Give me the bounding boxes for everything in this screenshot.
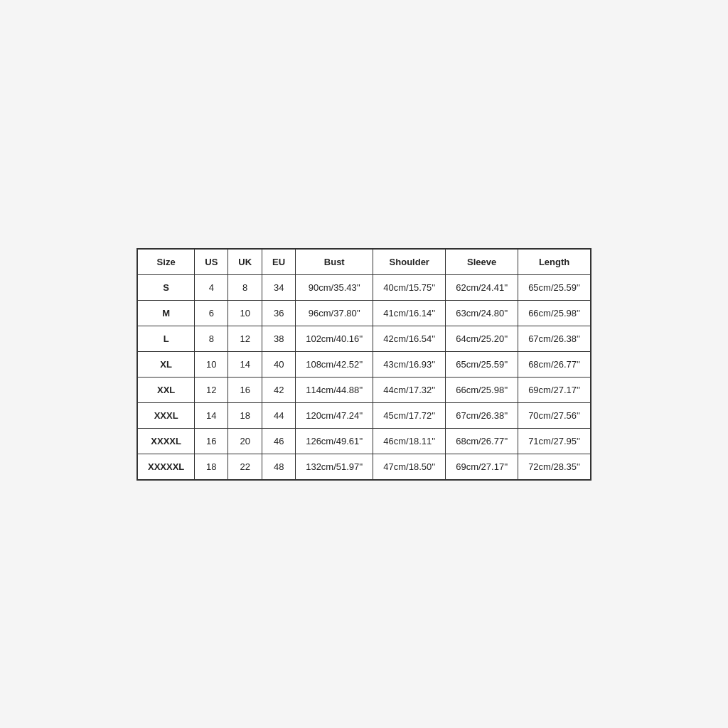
cell-shoulder: 42cm/16.54''	[373, 326, 446, 351]
header-size: Size	[137, 249, 194, 274]
cell-bust: 102cm/40.16''	[296, 326, 373, 351]
cell-length: 71cm/27.95''	[518, 428, 591, 454]
cell-us: 18	[195, 454, 228, 479]
cell-us: 6	[195, 300, 228, 326]
cell-eu: 34	[262, 274, 296, 300]
table-row: S483490cm/35.43''40cm/15.75''62cm/24.41'…	[137, 274, 590, 300]
cell-shoulder: 41cm/16.14''	[373, 300, 446, 326]
cell-size: XXL	[137, 377, 194, 402]
cell-sleeve: 63cm/24.80''	[446, 300, 518, 326]
size-chart-table: Size US UK EU Bust Shoulder Sleeve Lengt…	[137, 249, 591, 480]
cell-bust: 126cm/49.61''	[296, 428, 373, 454]
cell-sleeve: 68cm/26.77''	[446, 428, 518, 454]
cell-uk: 10	[228, 300, 262, 326]
cell-bust: 120cm/47.24''	[296, 402, 373, 428]
cell-us: 4	[195, 274, 228, 300]
size-chart-wrapper: Size US UK EU Bust Shoulder Sleeve Lengt…	[136, 248, 592, 481]
cell-length: 72cm/28.35''	[518, 454, 591, 479]
cell-length: 70cm/27.56''	[518, 402, 591, 428]
cell-size: XXXXXL	[137, 454, 194, 479]
table-row: XXL121642114cm/44.88''44cm/17.32''66cm/2…	[137, 377, 590, 402]
header-length: Length	[518, 249, 591, 274]
cell-eu: 46	[262, 428, 296, 454]
cell-eu: 40	[262, 351, 296, 377]
header-shoulder: Shoulder	[373, 249, 446, 274]
header-us: US	[195, 249, 228, 274]
cell-bust: 132cm/51.97''	[296, 454, 373, 479]
table-header-row: Size US UK EU Bust Shoulder Sleeve Lengt…	[137, 249, 590, 274]
cell-length: 68cm/26.77''	[518, 351, 591, 377]
cell-eu: 36	[262, 300, 296, 326]
cell-sleeve: 67cm/26.38''	[446, 402, 518, 428]
cell-eu: 44	[262, 402, 296, 428]
cell-shoulder: 40cm/15.75''	[373, 274, 446, 300]
table-row: L81238102cm/40.16''42cm/16.54''64cm/25.2…	[137, 326, 590, 351]
cell-uk: 18	[228, 402, 262, 428]
cell-shoulder: 43cm/16.93''	[373, 351, 446, 377]
cell-length: 65cm/25.59''	[518, 274, 591, 300]
cell-sleeve: 62cm/24.41''	[446, 274, 518, 300]
cell-uk: 20	[228, 428, 262, 454]
cell-bust: 108cm/42.52''	[296, 351, 373, 377]
cell-sleeve: 65cm/25.59''	[446, 351, 518, 377]
cell-size: XL	[137, 351, 194, 377]
cell-us: 8	[195, 326, 228, 351]
cell-shoulder: 46cm/18.11''	[373, 428, 446, 454]
cell-uk: 16	[228, 377, 262, 402]
cell-uk: 22	[228, 454, 262, 479]
cell-bust: 114cm/44.88''	[296, 377, 373, 402]
cell-us: 16	[195, 428, 228, 454]
header-uk: UK	[228, 249, 262, 274]
cell-uk: 14	[228, 351, 262, 377]
cell-size: XXXXL	[137, 428, 194, 454]
cell-sleeve: 64cm/25.20''	[446, 326, 518, 351]
cell-uk: 8	[228, 274, 262, 300]
header-eu: EU	[262, 249, 296, 274]
table-row: XXXL141844120cm/47.24''45cm/17.72''67cm/…	[137, 402, 590, 428]
cell-bust: 96cm/37.80''	[296, 300, 373, 326]
cell-sleeve: 69cm/27.17''	[446, 454, 518, 479]
cell-eu: 38	[262, 326, 296, 351]
cell-shoulder: 47cm/18.50''	[373, 454, 446, 479]
cell-length: 67cm/26.38''	[518, 326, 591, 351]
cell-size: L	[137, 326, 194, 351]
cell-shoulder: 44cm/17.32''	[373, 377, 446, 402]
cell-sleeve: 66cm/25.98''	[446, 377, 518, 402]
cell-shoulder: 45cm/17.72''	[373, 402, 446, 428]
page-container: Size US UK EU Bust Shoulder Sleeve Lengt…	[0, 0, 728, 728]
cell-us: 14	[195, 402, 228, 428]
header-sleeve: Sleeve	[446, 249, 518, 274]
table-row: XXXXXL182248132cm/51.97''47cm/18.50''69c…	[137, 454, 590, 479]
cell-eu: 48	[262, 454, 296, 479]
cell-size: XXXL	[137, 402, 194, 428]
cell-bust: 90cm/35.43''	[296, 274, 373, 300]
table-row: XL101440108cm/42.52''43cm/16.93''65cm/25…	[137, 351, 590, 377]
cell-us: 10	[195, 351, 228, 377]
cell-length: 66cm/25.98''	[518, 300, 591, 326]
cell-size: M	[137, 300, 194, 326]
cell-eu: 42	[262, 377, 296, 402]
cell-size: S	[137, 274, 194, 300]
cell-us: 12	[195, 377, 228, 402]
cell-length: 69cm/27.17''	[518, 377, 591, 402]
table-row: XXXXL162046126cm/49.61''46cm/18.11''68cm…	[137, 428, 590, 454]
header-bust: Bust	[296, 249, 373, 274]
cell-uk: 12	[228, 326, 262, 351]
table-row: M6103696cm/37.80''41cm/16.14''63cm/24.80…	[137, 300, 590, 326]
